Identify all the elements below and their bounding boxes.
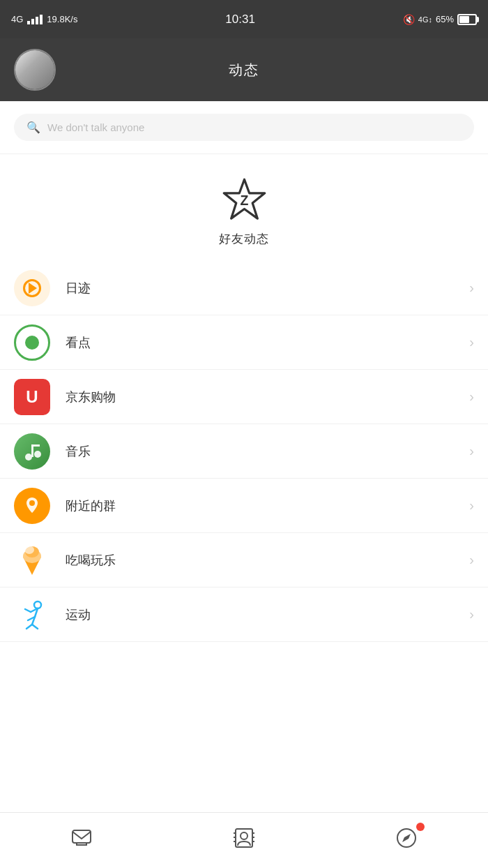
chevron-right-icon: › — [469, 334, 474, 350]
menu-item-fujin[interactable]: 附近的群 › — [0, 479, 488, 533]
svg-point-6 — [29, 500, 35, 506]
avatar[interactable] — [14, 49, 56, 91]
status-time: 10:31 — [225, 13, 255, 27]
svg-point-3 — [34, 451, 41, 458]
search-placeholder: We don't talk anyone — [47, 121, 144, 133]
nav-item-discover[interactable] — [379, 813, 434, 869]
message-icon — [71, 828, 92, 853]
svg-point-2 — [25, 454, 32, 461]
discover-badge — [416, 823, 425, 831]
svg-point-24 — [241, 832, 247, 839]
friends-feed-icon: Z — [220, 175, 268, 224]
bottom-nav — [0, 812, 488, 868]
fujin-icon — [14, 488, 50, 524]
search-bar: 🔍 We don't talk anyone — [0, 101, 488, 154]
fujin-label: 附近的群 — [66, 497, 469, 514]
star-section: Z 好友动态 — [0, 154, 488, 261]
kandian-icon — [14, 324, 50, 361]
friends-feed-label: 好友动态 — [219, 231, 269, 247]
mute-icon: 🔇 — [403, 14, 415, 25]
status-right: 🔇 4G↕ 65% — [403, 14, 477, 25]
chihe-label: 吃喝玩乐 — [66, 552, 469, 569]
svg-rect-5 — [31, 444, 40, 447]
search-input-wrapper[interactable]: 🔍 We don't talk anyone — [14, 114, 474, 141]
search-icon: 🔍 — [26, 121, 40, 134]
jingdong-icon: U — [14, 379, 50, 415]
menu-list: 日迹 › 看点 › U 京东购物 › 音乐 › — [0, 261, 488, 642]
battery-percent: 65% — [436, 14, 454, 24]
svg-marker-32 — [402, 834, 411, 842]
chevron-right-icon: › — [469, 552, 474, 568]
kandian-label: 看点 — [66, 334, 469, 351]
header: 动态 — [0, 38, 488, 101]
network-type: 4G — [11, 14, 23, 24]
chevron-right-icon: › — [469, 280, 474, 296]
svg-line-15 — [26, 624, 32, 629]
yundong-label: 运动 — [66, 606, 469, 623]
svg-point-11 — [34, 601, 41, 608]
chihe-icon — [14, 542, 50, 578]
status-bar: 4G 19.8K/s 10:31 🔇 4G↕ 65% — [0, 0, 488, 38]
svg-text:Z: Z — [240, 193, 248, 208]
svg-rect-19 — [73, 830, 91, 843]
menu-item-music[interactable]: 音乐 › — [0, 424, 488, 479]
yundong-icon — [14, 597, 50, 633]
svg-line-16 — [32, 624, 38, 629]
signal-bars — [27, 15, 43, 24]
battery-icon — [457, 14, 477, 25]
chevron-right-icon: › — [469, 606, 474, 622]
chevron-right-icon: › — [469, 389, 474, 405]
menu-item-yundong[interactable]: 运动 › — [0, 588, 488, 642]
chevron-right-icon: › — [469, 443, 474, 459]
page-title: 动态 — [229, 61, 259, 80]
nav-item-contact[interactable] — [216, 813, 272, 869]
menu-item-riji[interactable]: 日迹 › — [0, 261, 488, 315]
network-speed: 19.8K/s — [47, 14, 77, 24]
jingdong-label: 京东购物 — [66, 389, 469, 405]
riji-label: 日迹 — [66, 280, 469, 297]
contact-icon — [234, 828, 254, 853]
music-icon — [14, 433, 50, 470]
chevron-right-icon: › — [469, 497, 474, 514]
music-label: 音乐 — [66, 443, 469, 460]
nav-item-message[interactable] — [54, 813, 109, 869]
menu-item-jingdong[interactable]: U 京东购物 › — [0, 370, 488, 424]
svg-point-10 — [24, 546, 34, 554]
status-left: 4G 19.8K/s — [11, 14, 77, 24]
data-icon: 4G↕ — [418, 15, 432, 24]
discover-icon — [396, 828, 417, 853]
riji-icon — [14, 270, 50, 306]
menu-item-kandian[interactable]: 看点 › — [0, 315, 488, 370]
menu-item-chihe[interactable]: 吃喝玩乐 › — [0, 533, 488, 588]
svg-line-18 — [25, 609, 31, 612]
